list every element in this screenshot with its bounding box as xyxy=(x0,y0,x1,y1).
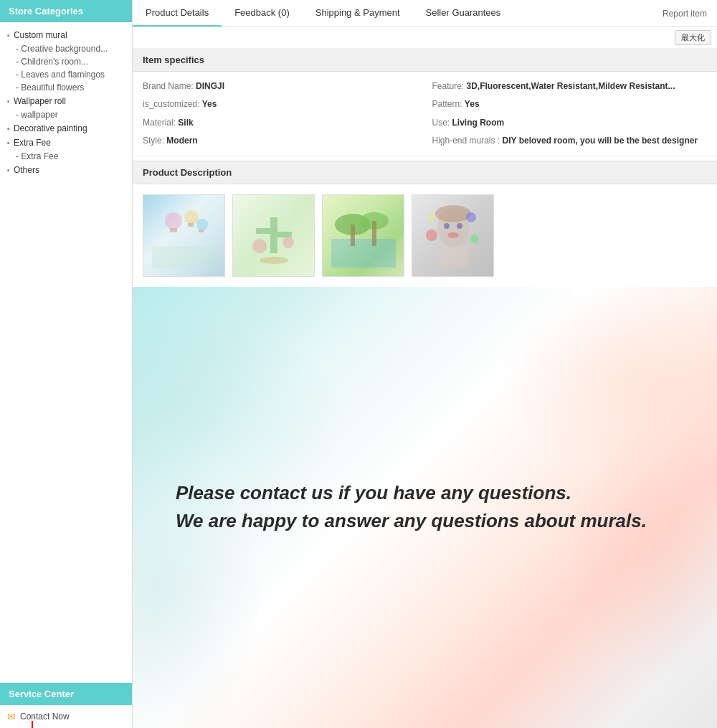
svg-rect-25 xyxy=(439,246,467,268)
svg-point-28 xyxy=(466,212,476,222)
bottom-section: Please contact us if you have any questi… xyxy=(133,287,717,728)
svg-point-2 xyxy=(165,212,182,230)
svg-rect-6 xyxy=(188,223,194,227)
spec-row-material: Material: Silk xyxy=(143,115,418,130)
sidebar-item-decorative[interactable]: ▪ Decorative painting xyxy=(0,121,132,136)
thumbnail-1[interactable] xyxy=(143,194,225,277)
tab-shipping[interactable]: Shipping & Payment xyxy=(303,0,413,27)
sidebar-item-extra-fee[interactable]: ▪ Extra Fee xyxy=(0,136,132,150)
bottom-line-2: We are happy to answer any questions abo… xyxy=(176,507,647,535)
category-label-2: Wallpaper roll xyxy=(14,96,66,106)
product-thumbnails xyxy=(133,184,717,287)
subcategory-flowers[interactable]: - Beautiful flowers xyxy=(0,81,132,94)
item-specifics-title: Item specifics xyxy=(133,49,717,72)
sidebar-item-others[interactable]: ▪ Others xyxy=(0,163,132,177)
category-label-3: Decorative painting xyxy=(14,123,87,133)
svg-point-13 xyxy=(252,239,267,253)
svg-point-29 xyxy=(428,214,435,221)
sidebar-header: Store Categories xyxy=(0,0,132,22)
tab-product-details[interactable]: Product Details xyxy=(133,0,222,27)
spec-row-use: Use: Living Room xyxy=(432,115,708,130)
svg-rect-7 xyxy=(199,230,204,232)
tab-seller-guarantees[interactable]: Seller Guarantees xyxy=(413,0,514,27)
checkbox-icon-3: ▪ xyxy=(7,124,10,133)
subcategory-extra-fee[interactable]: - Extra Fee xyxy=(0,150,132,163)
thumbnail-4[interactable] xyxy=(412,194,494,277)
checkbox-icon-2: ▪ xyxy=(7,97,10,105)
spec-row-feature: Feature: 3D,Fluorescent,Water Resistant,… xyxy=(432,79,708,93)
spec-row-customized: is_customized: Yes xyxy=(143,97,418,111)
maximize-bar: 最大化 xyxy=(133,27,717,49)
specifics-grid: Brand Name: DINGJI Feature: 3D,Fluoresce… xyxy=(133,72,717,156)
spec-row-brand: Brand Name: DINGJI xyxy=(143,79,418,93)
svg-rect-15 xyxy=(331,239,396,268)
envelope-icon: ✉ xyxy=(7,711,16,722)
svg-rect-8 xyxy=(152,246,217,268)
sidebar-item-wallpaper-roll[interactable]: ▪ Wallpaper roll xyxy=(0,94,132,108)
service-center-header: Service Center xyxy=(0,683,132,705)
svg-point-3 xyxy=(184,210,199,224)
spec-row-pattern: Pattern: Yes xyxy=(432,97,708,111)
svg-rect-9 xyxy=(270,217,277,253)
category-label-5: Others xyxy=(14,165,39,175)
contact-now-button[interactable]: ✉ Contact Now xyxy=(0,705,132,728)
subcategory-leaves[interactable]: - Leaves and flamingos xyxy=(0,68,132,81)
sidebar-item-custom-mural[interactable]: ▪ Custom mural xyxy=(0,28,132,42)
subcategory-wallpaper[interactable]: - wallpaper xyxy=(0,108,132,121)
spec-row-style: Style: Modern xyxy=(143,133,418,148)
svg-rect-11 xyxy=(277,232,292,237)
checkbox-icon: ▪ xyxy=(7,31,10,39)
subcategory-creative[interactable]: - Creative background... xyxy=(0,42,132,55)
checkbox-icon-4: ▪ xyxy=(7,138,10,147)
svg-point-12 xyxy=(260,257,288,264)
sidebar: Store Categories ▪ Custom mural - Creati… xyxy=(0,0,133,728)
svg-rect-10 xyxy=(256,228,270,234)
svg-point-22 xyxy=(444,223,450,229)
svg-rect-17 xyxy=(351,224,355,246)
maximize-button[interactable]: 最大化 xyxy=(675,30,711,45)
svg-rect-5 xyxy=(170,228,177,232)
svg-point-21 xyxy=(435,205,471,222)
thumbnail-2[interactable] xyxy=(232,194,315,277)
svg-point-23 xyxy=(457,223,462,229)
arrow-indicator xyxy=(22,721,43,728)
svg-rect-19 xyxy=(372,221,376,246)
tab-feedback[interactable]: Feedback (0) xyxy=(222,0,303,27)
bottom-line-1: Please contact us if you have any questi… xyxy=(176,479,647,507)
checkbox-icon-5: ▪ xyxy=(7,166,10,174)
contact-label: Contact Now xyxy=(20,712,70,722)
svg-point-24 xyxy=(447,232,459,238)
svg-point-14 xyxy=(282,237,294,248)
svg-point-4 xyxy=(196,219,208,230)
tabs-bar: Product Details Feedback (0) Shipping & … xyxy=(133,0,717,27)
category-label-4: Extra Fee xyxy=(14,138,51,148)
svg-point-27 xyxy=(470,235,479,243)
report-item-link[interactable]: Report item xyxy=(652,3,717,24)
subcategory-childrens[interactable]: - Children's room... xyxy=(0,55,132,68)
product-description-title: Product Description xyxy=(133,161,717,184)
bottom-text-block: Please contact us if you have any questi… xyxy=(176,479,647,535)
spec-row-highend: High-end murals : DIY beloved room, you … xyxy=(432,133,708,148)
main-content: Product Details Feedback (0) Shipping & … xyxy=(133,0,717,728)
svg-point-26 xyxy=(426,230,437,241)
thumbnail-3[interactable] xyxy=(322,194,404,277)
sidebar-content: ▪ Custom mural - Creative background... … xyxy=(0,22,132,679)
category-label: Custom mural xyxy=(14,30,67,40)
